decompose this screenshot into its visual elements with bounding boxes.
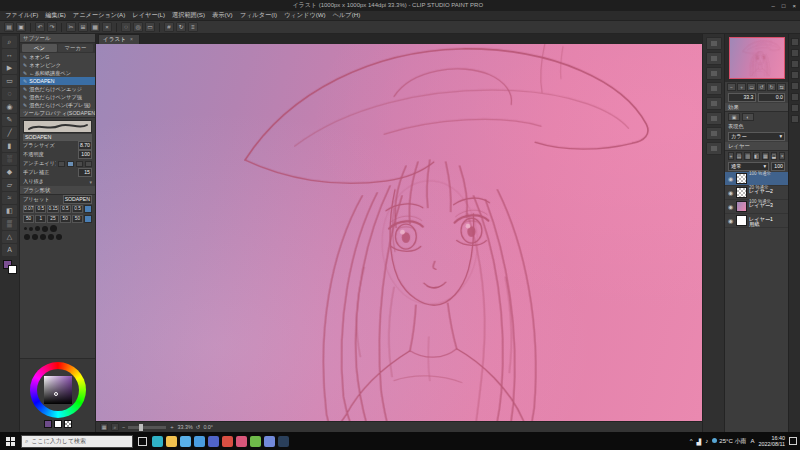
blend-tool-icon[interactable]: ≈ (2, 192, 17, 204)
mask-layer-icon[interactable]: ▦ (762, 152, 769, 160)
antialias-none-button[interactable] (58, 161, 65, 167)
lock-layer-icon[interactable]: ⬓ (771, 152, 778, 160)
brush-tip-dot[interactable] (35, 226, 40, 231)
expression-color-dropdown[interactable]: カラー ▾ (728, 132, 785, 141)
param-color-chip[interactable] (84, 205, 92, 213)
brush-tip-dot[interactable] (48, 234, 54, 240)
menu-layer[interactable]: レイヤー(L) (132, 11, 165, 20)
taskbar-app-photos[interactable] (208, 436, 219, 447)
collapsed-palette-icon[interactable] (791, 82, 799, 90)
brush-tip-dot[interactable] (40, 234, 46, 240)
selection-launcher-icon[interactable]: ▭ (145, 22, 155, 32)
selection-tool-icon[interactable]: ▭ (2, 75, 17, 87)
brush-size-row[interactable]: ブラシサイズ 8.70 (20, 141, 95, 150)
taskbar-app-clip-studio[interactable] (236, 436, 247, 447)
menu-help[interactable]: ヘルプ(H) (333, 11, 361, 20)
rotate-reset-icon[interactable]: ↺ (196, 424, 201, 430)
layer-thumbnail[interactable] (736, 201, 747, 212)
brush-tip-dot[interactable] (29, 227, 33, 231)
figure-tool-icon[interactable]: △ (2, 231, 17, 243)
layer-visibility-icon[interactable]: ◉ (727, 189, 734, 196)
sub-color-chip[interactable] (8, 265, 17, 274)
redo-icon[interactable]: ↷ (47, 22, 57, 32)
taskbar-search-input[interactable]: ⌕ ここに入力して検索 (21, 435, 133, 448)
minimize-button[interactable]: – (772, 3, 775, 9)
tab-close-icon[interactable]: × (130, 35, 133, 44)
cut-icon[interactable]: ✂ (66, 22, 76, 32)
navigator-thumbnail[interactable] (729, 37, 785, 79)
saturation-value-square[interactable] (44, 376, 72, 404)
tab-marker[interactable]: マーカー (58, 44, 93, 52)
copy-icon[interactable]: ⊞ (78, 22, 88, 32)
border-effect-icon[interactable]: ▣ (728, 113, 740, 121)
document-tab[interactable]: イラスト × (98, 34, 140, 44)
collapsed-palette-icon[interactable] (791, 71, 799, 79)
subtool-item[interactable]: ✎混色だらけペン(手ブレ強) (20, 101, 95, 109)
zoom-in-button[interactable]: ＋ (169, 424, 174, 431)
nav-zoom-in-icon[interactable]: ＋ (737, 83, 746, 91)
layer-visibility-icon[interactable]: ◉ (727, 203, 734, 210)
eyedropper-tool-icon[interactable]: ◉ (2, 101, 17, 113)
subview-palette-icon[interactable] (706, 127, 722, 140)
start-button[interactable] (6, 437, 15, 446)
menu-file[interactable]: ファイル(F) (5, 11, 38, 20)
nav-angle-value[interactable]: 0.0 (758, 93, 786, 102)
information-palette-icon[interactable] (706, 97, 722, 110)
collapsed-palette-icon[interactable] (791, 60, 799, 68)
layer-thumbnail[interactable] (736, 215, 747, 226)
ime-indicator[interactable]: A (750, 438, 754, 444)
main-sub-color-chips[interactable] (3, 260, 17, 274)
new-icon[interactable]: ▤ (4, 22, 14, 32)
undo-icon[interactable]: ↶ (35, 22, 45, 32)
menu-selection[interactable]: 選択範囲(S) (172, 11, 205, 20)
transparent-color-swatch[interactable] (64, 420, 72, 428)
zoom-tool-icon[interactable]: ⌕ (111, 423, 119, 431)
menu-view[interactable]: 表示(V) (212, 11, 233, 20)
antialias-strong-button[interactable] (85, 161, 92, 167)
menu-window[interactable]: ウィンドウ(W) (284, 11, 326, 20)
invert-selection-icon[interactable]: ◎ (133, 22, 143, 32)
brush-tip-dot[interactable] (32, 234, 38, 240)
nav-fit-icon[interactable]: ▭ (747, 83, 756, 91)
antialias-mid-button[interactable] (76, 161, 83, 167)
taskbar-app-mail[interactable] (194, 436, 205, 447)
current-color-swatch[interactable] (44, 420, 52, 428)
zoom-tool-icon[interactable]: ⌕ (2, 36, 17, 48)
new-layer-icon[interactable]: + (728, 152, 734, 160)
subtool-item[interactable]: ✎←糸和紙講座ペン (20, 69, 95, 77)
task-view-button[interactable] (138, 437, 147, 446)
material-palette-icon[interactable] (706, 52, 722, 65)
antialias-row[interactable]: アンチエイリアス (20, 159, 95, 168)
tab-pen[interactable]: ペン (22, 44, 57, 52)
gradient-tool-icon[interactable]: ▒ (2, 218, 17, 230)
rotate-view-icon[interactable]: ↻ (176, 22, 186, 32)
nav-zoom-value[interactable]: 33.3 (728, 93, 756, 102)
auto-action-palette-icon[interactable] (706, 82, 722, 95)
layer-visibility-icon[interactable]: ◉ (727, 217, 734, 224)
subtool-item-selected[interactable]: ✎SODAPEN (20, 77, 95, 85)
sub-color-swatch[interactable] (54, 420, 62, 428)
workspace-settings-icon[interactable]: ≡ (188, 22, 198, 32)
fit-screen-icon[interactable]: ▦ (100, 423, 108, 431)
collapsed-palette-icon[interactable] (791, 38, 799, 46)
menu-edit[interactable]: 編集(E) (45, 11, 66, 20)
collapsed-palette-icon[interactable] (791, 104, 799, 112)
zoom-slider[interactable] (128, 426, 166, 429)
airbrush-tool-icon[interactable]: ░ (2, 153, 17, 165)
brush-tip-dot[interactable] (24, 234, 30, 240)
weather-widget[interactable]: 25°C 小雨 (712, 437, 746, 446)
notification-center-icon[interactable] (789, 437, 797, 445)
menu-filter[interactable]: フィルター(I) (240, 11, 277, 20)
deselect-icon[interactable]: ◌ (121, 22, 131, 32)
subtool-item[interactable]: ✎混色だらけペンエッジ (20, 85, 95, 93)
layer-thumbnail[interactable] (736, 173, 747, 184)
nav-rotate-left-icon[interactable]: ↺ (757, 83, 766, 91)
title-bar[interactable]: イラスト (1000px x 1000px 144dpi 33.3%) - CL… (0, 0, 800, 11)
close-button[interactable]: × (792, 3, 796, 9)
taskbar-app-discord[interactable] (264, 436, 275, 447)
color-wheel[interactable] (30, 362, 86, 418)
merge-layer-icon[interactable]: ◧ (753, 152, 760, 160)
save-icon[interactable]: ▣ (16, 22, 26, 32)
preset-row[interactable]: プリセット SODAPEN (20, 195, 95, 204)
history-palette-icon[interactable] (706, 67, 722, 80)
